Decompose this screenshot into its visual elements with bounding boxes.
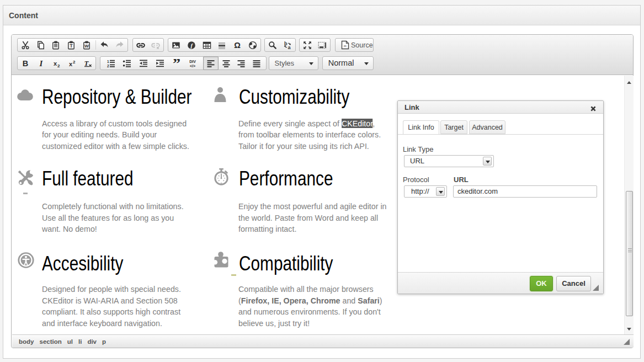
svg-text:Ω: Ω <box>234 41 241 50</box>
svg-text:‹›: ‹› <box>344 44 347 49</box>
svg-text:2: 2 <box>73 60 76 65</box>
svg-text:W: W <box>84 44 89 49</box>
svg-text:x: x <box>54 60 57 66</box>
svg-text:x: x <box>69 61 73 67</box>
svg-text:”: ” <box>173 59 180 68</box>
svg-text:B: B <box>23 59 28 68</box>
svg-text:1: 1 <box>107 60 109 63</box>
svg-text:T: T <box>84 59 89 67</box>
svg-text:T: T <box>70 43 73 49</box>
svg-text:I: I <box>39 59 44 68</box>
svg-text:DIV: DIV <box>189 60 196 63</box>
svg-text:2: 2 <box>57 63 60 68</box>
svg-text:a: a <box>288 44 291 50</box>
svg-text:2: 2 <box>107 64 109 68</box>
svg-text:</>: </> <box>190 63 195 67</box>
